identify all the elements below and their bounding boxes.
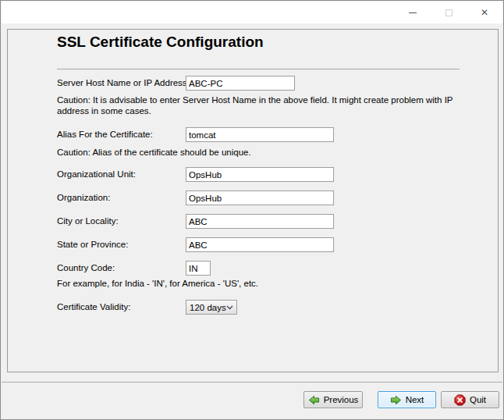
state-label: State or Province:: [57, 237, 128, 252]
content-panel: SSL Certificate Configuration Server Hos…: [7, 29, 499, 372]
minimize-icon: [409, 12, 417, 13]
installer-window: ✕ SSL Certificate Configuration Server H…: [0, 0, 504, 420]
maximize-icon: [445, 9, 453, 16]
country-code-label: Country Code:: [57, 261, 115, 276]
organization-label: Organization:: [57, 190, 110, 205]
close-icon: ✕: [481, 8, 488, 17]
minimize-button[interactable]: [395, 2, 431, 23]
host-input[interactable]: [186, 76, 295, 91]
certificate-validity-value: 120 days: [190, 303, 226, 312]
title-separator: [57, 69, 460, 69]
city-label: City or Locality:: [57, 214, 119, 229]
country-code-input[interactable]: [186, 261, 211, 276]
next-button-label: Next: [406, 395, 424, 404]
quit-button[interactable]: Quit: [441, 391, 499, 408]
alias-caution-text: Caution: Alias of the certificate should…: [57, 147, 463, 158]
next-button[interactable]: Next: [378, 391, 436, 408]
maximize-button: [431, 2, 467, 23]
state-input[interactable]: [186, 237, 334, 252]
org-unit-input[interactable]: [186, 167, 334, 182]
footer-separator: [2, 382, 502, 383]
previous-button-label: Previous: [324, 395, 359, 404]
chevron-down-icon: [226, 305, 233, 310]
alias-label: Alias For the Certificate:: [57, 127, 153, 142]
host-caution-text: Caution: It is advisable to enter Server…: [57, 94, 463, 116]
title-bar: ✕: [2, 2, 502, 23]
page-title: SSL Certificate Configuration: [57, 34, 264, 51]
country-code-hint: For example, for India - 'IN', for Ameri…: [57, 278, 463, 289]
certificate-validity-label: Certificate Validity:: [57, 300, 130, 315]
alias-input[interactable]: [186, 127, 334, 142]
previous-button[interactable]: Previous: [303, 391, 363, 408]
org-unit-label: Organizational Unit:: [57, 167, 136, 182]
organization-input[interactable]: [186, 190, 334, 205]
quit-stop-icon: [454, 394, 466, 406]
host-label: Server Host Name or IP Address:: [57, 76, 190, 91]
city-input[interactable]: [186, 214, 334, 229]
previous-arrow-icon: [308, 394, 320, 406]
quit-button-label: Quit: [470, 395, 486, 404]
close-button[interactable]: ✕: [467, 2, 502, 23]
certificate-validity-select[interactable]: 120 days: [186, 300, 237, 315]
next-arrow-icon: [390, 394, 402, 406]
